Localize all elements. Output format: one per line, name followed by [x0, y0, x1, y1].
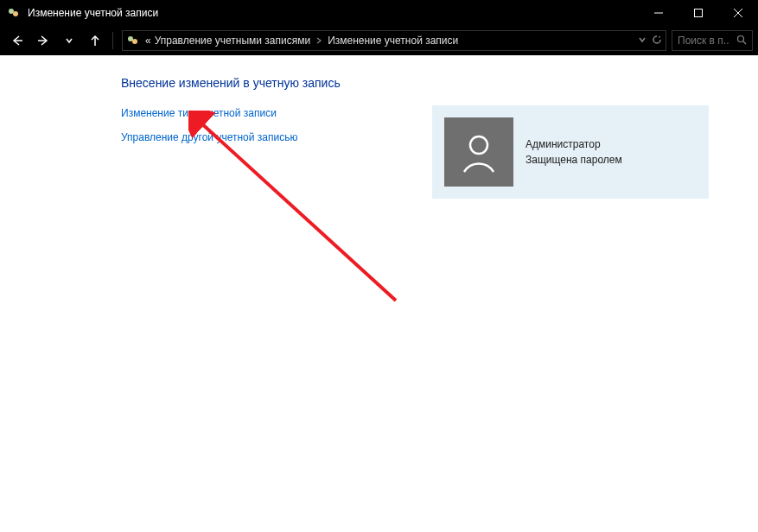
navbar: « Управление учетными записями Изменение…	[0, 26, 758, 55]
back-button[interactable]	[5, 28, 29, 53]
refresh-icon[interactable]	[652, 35, 662, 48]
address-dropdown-icon[interactable]	[638, 35, 647, 47]
svg-point-9	[128, 36, 133, 41]
location-icon	[126, 34, 140, 48]
svg-line-15	[199, 121, 396, 301]
svg-point-13	[470, 136, 487, 154]
search-input[interactable]	[678, 35, 729, 47]
address-bar[interactable]: « Управление учетными записями Изменение…	[122, 30, 666, 51]
svg-rect-3	[695, 10, 703, 17]
page-heading: Внесение изменений в учетную запись	[121, 76, 758, 90]
maximize-button[interactable]	[678, 0, 718, 26]
user-card[interactable]: Администратор Защищена паролем	[432, 105, 709, 199]
window-controls	[639, 0, 758, 26]
window-title: Изменение учетной записи	[28, 7, 639, 19]
content-area: Внесение изменений в учетную запись Изме…	[0, 55, 758, 532]
minimize-button[interactable]	[639, 0, 678, 26]
up-button[interactable]	[83, 28, 107, 53]
close-button[interactable]	[718, 0, 758, 26]
svg-point-11	[738, 35, 744, 41]
breadcrumb-item[interactable]: Управление учетными записями	[155, 35, 310, 47]
chevron-right-icon	[315, 35, 322, 47]
search-icon[interactable]	[736, 35, 747, 48]
app-icon	[7, 6, 21, 20]
forward-button[interactable]	[31, 28, 55, 53]
svg-point-10	[132, 39, 137, 44]
breadcrumb-item[interactable]: Изменение учетной записи	[328, 35, 458, 47]
svg-line-12	[743, 41, 746, 44]
separator	[112, 32, 113, 49]
search-box[interactable]	[672, 30, 753, 51]
titlebar: Изменение учетной записи	[0, 0, 758, 26]
svg-point-1	[13, 11, 18, 16]
user-role: Администратор	[526, 136, 622, 152]
breadcrumb-prefix: «	[145, 35, 151, 47]
svg-point-0	[9, 9, 14, 14]
avatar	[444, 117, 513, 187]
user-protection: Защищена паролем	[526, 152, 622, 168]
user-info: Администратор Защищена паролем	[526, 136, 622, 168]
history-dropdown[interactable]	[57, 28, 81, 53]
